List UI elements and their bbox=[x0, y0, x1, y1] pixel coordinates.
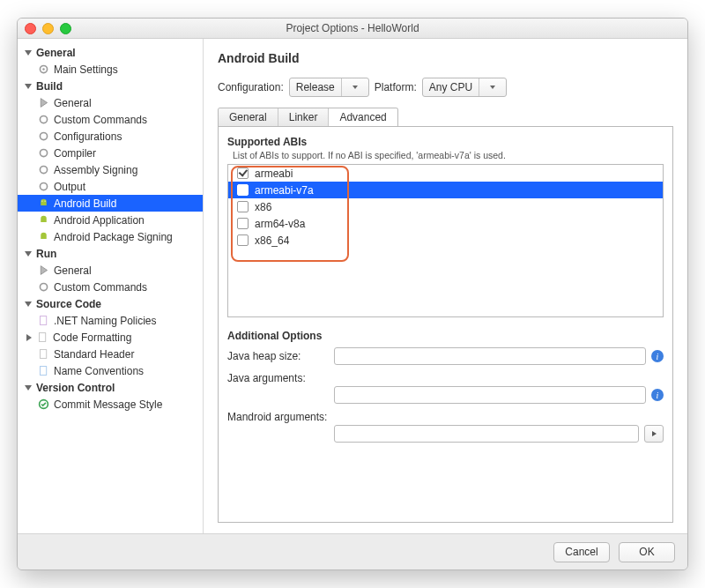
sidebar-item-name-conventions[interactable]: Name Conventions bbox=[18, 362, 203, 379]
document-icon bbox=[37, 365, 49, 377]
document-icon bbox=[37, 348, 49, 361]
chevron-down-icon bbox=[479, 78, 506, 96]
sidebar-cat-run[interactable]: Run bbox=[18, 245, 203, 262]
android-icon bbox=[37, 231, 49, 243]
checkbox-icon[interactable] bbox=[237, 167, 249, 179]
play-icon bbox=[37, 97, 49, 109]
abi-row-x86[interactable]: x86 bbox=[228, 198, 663, 215]
gear-icon bbox=[37, 164, 49, 176]
svg-rect-11 bbox=[39, 333, 45, 342]
gear-icon bbox=[37, 114, 49, 126]
chevron-down-icon bbox=[25, 301, 32, 307]
svg-point-8 bbox=[44, 200, 45, 201]
ok-button[interactable]: OK bbox=[619, 542, 675, 562]
java-args-input[interactable] bbox=[334, 386, 646, 404]
tab-advanced[interactable]: Advanced bbox=[329, 108, 397, 126]
sidebar-cat-version-control[interactable]: Version Control bbox=[18, 379, 203, 396]
tab-general[interactable]: General bbox=[219, 108, 278, 126]
chevron-down-icon bbox=[25, 251, 32, 257]
svg-point-5 bbox=[40, 166, 47, 173]
row-java-heap: Java heap size: i bbox=[227, 347, 664, 365]
document-icon bbox=[37, 315, 49, 327]
dialog-window: Project Options - HelloWorld General Mai… bbox=[17, 18, 688, 570]
configuration-label: Configuration: bbox=[218, 81, 284, 93]
sidebar-item-output[interactable]: Output bbox=[18, 178, 203, 195]
row-java-args: Java arguments: bbox=[227, 372, 664, 384]
chevron-down-icon bbox=[25, 50, 32, 56]
dialog-footer: Cancel OK bbox=[18, 533, 687, 569]
java-heap-input[interactable] bbox=[334, 347, 646, 365]
svg-rect-10 bbox=[40, 316, 46, 325]
row-mandroid-args: Mandroid arguments: bbox=[227, 411, 664, 423]
sidebar-item-android-package-signing[interactable]: Android Package Signing bbox=[18, 228, 203, 245]
abi-row-armeabi[interactable]: armeabi bbox=[228, 165, 663, 182]
sidebar-item-commit-style[interactable]: Commit Message Style bbox=[18, 396, 203, 413]
sidebar-item-standard-header[interactable]: Standard Header bbox=[18, 346, 203, 362]
gear-icon bbox=[37, 181, 49, 193]
android-icon bbox=[37, 197, 49, 210]
svg-point-4 bbox=[40, 149, 47, 156]
platform-select[interactable]: Any CPU bbox=[422, 78, 507, 97]
additional-options-group: Additional Options bbox=[227, 330, 664, 342]
sidebar: General Main Settings Build General Cust… bbox=[18, 39, 204, 533]
svg-rect-13 bbox=[40, 367, 46, 376]
abi-list[interactable]: armeabi armeabi-v7a x86 arm64-v8a x86_64 bbox=[227, 164, 664, 317]
sidebar-cat-build[interactable]: Build bbox=[18, 78, 203, 94]
gear-icon bbox=[37, 281, 49, 294]
sidebar-item-net-naming[interactable]: .NET Naming Policies bbox=[18, 312, 203, 329]
svg-point-3 bbox=[40, 132, 47, 139]
supported-abis-group: Supported ABIs bbox=[227, 136, 664, 148]
sidebar-item-android-build[interactable]: Android Build bbox=[18, 195, 203, 212]
sidebar-cat-source-code[interactable]: Source Code bbox=[18, 295, 203, 312]
svg-point-1 bbox=[42, 68, 44, 70]
sidebar-item-android-application[interactable]: Android Application bbox=[18, 212, 203, 228]
row-mandroid-args-input bbox=[227, 425, 664, 443]
chevron-right-icon bbox=[26, 334, 32, 341]
supported-abis-hint: List of ABIs to support. If no ABI is sp… bbox=[233, 150, 664, 160]
titlebar: Project Options - HelloWorld bbox=[18, 19, 687, 39]
chevron-down-icon bbox=[25, 385, 32, 391]
configuration-select[interactable]: Release bbox=[289, 78, 369, 97]
sidebar-item-compiler[interactable]: Compiler bbox=[18, 145, 203, 161]
checkbox-icon[interactable] bbox=[237, 234, 249, 246]
android-icon bbox=[37, 214, 49, 227]
abi-row-arm64-v8a[interactable]: arm64-v8a bbox=[228, 215, 663, 232]
cancel-button[interactable]: Cancel bbox=[553, 542, 610, 562]
java-args-label: Java arguments: bbox=[227, 372, 329, 384]
svg-point-9 bbox=[40, 283, 47, 290]
mandroid-args-input[interactable] bbox=[334, 425, 639, 443]
sidebar-item-run-general[interactable]: General bbox=[18, 262, 203, 279]
tab-linker[interactable]: Linker bbox=[278, 108, 330, 126]
sidebar-cat-general[interactable]: General bbox=[18, 44, 203, 61]
checkbox-icon[interactable] bbox=[237, 201, 249, 212]
run-button[interactable] bbox=[644, 425, 664, 443]
play-icon bbox=[37, 264, 49, 277]
java-heap-label: Java heap size: bbox=[227, 350, 329, 362]
sidebar-item-code-formatting[interactable]: Code Formatting bbox=[18, 329, 203, 346]
sidebar-item-custom-commands[interactable]: Custom Commands bbox=[18, 111, 203, 128]
chevron-down-icon bbox=[25, 84, 32, 89]
main-panel: Android Build Configuration: Release Pla… bbox=[204, 39, 687, 533]
abi-row-x86-64[interactable]: x86_64 bbox=[228, 232, 663, 249]
dialog-body: General Main Settings Build General Cust… bbox=[18, 39, 687, 533]
platform-label: Platform: bbox=[375, 81, 417, 93]
svg-rect-12 bbox=[40, 350, 46, 359]
checkbox-icon[interactable] bbox=[237, 184, 249, 196]
info-icon[interactable]: i bbox=[651, 350, 664, 362]
sidebar-item-build-general[interactable]: General bbox=[18, 94, 203, 111]
tab-pane-advanced: Supported ABIs List of ABIs to support. … bbox=[218, 126, 673, 523]
sidebar-item-run-custom-commands[interactable]: Custom Commands bbox=[18, 279, 203, 295]
abi-row-armeabi-v7a[interactable]: armeabi-v7a bbox=[228, 182, 663, 198]
gear-icon bbox=[37, 147, 49, 160]
config-row: Configuration: Release Platform: Any CPU bbox=[218, 78, 673, 97]
sidebar-item-assembly-signing[interactable]: Assembly Signing bbox=[18, 161, 203, 178]
check-circle-icon bbox=[37, 398, 49, 411]
svg-point-6 bbox=[40, 182, 47, 190]
info-icon[interactable]: i bbox=[651, 389, 664, 401]
svg-point-7 bbox=[41, 200, 42, 201]
sidebar-item-main-settings[interactable]: Main Settings bbox=[18, 61, 203, 78]
window-title: Project Options - HelloWorld bbox=[18, 22, 687, 34]
chevron-down-icon bbox=[341, 78, 368, 96]
checkbox-icon[interactable] bbox=[237, 218, 249, 229]
sidebar-item-configurations[interactable]: Configurations bbox=[18, 128, 203, 145]
